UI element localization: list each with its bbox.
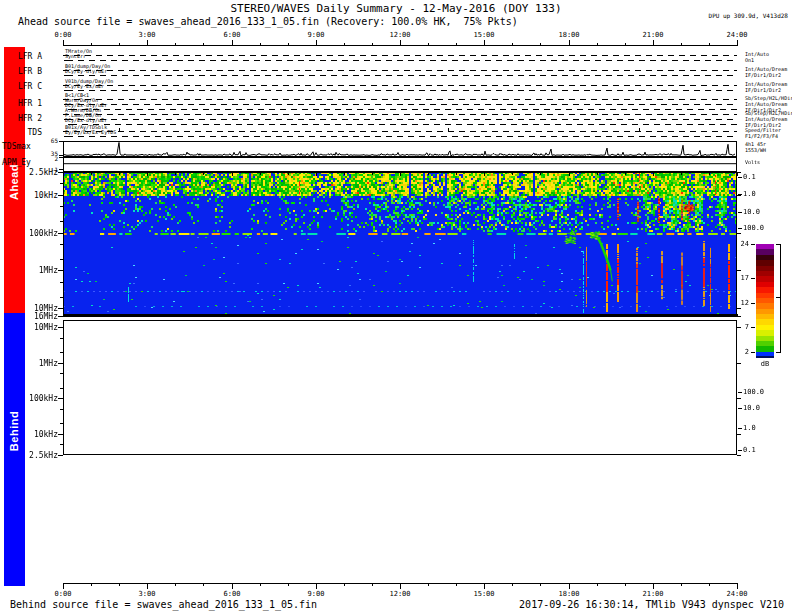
freq-axis-label: 1MHz (22, 359, 58, 368)
footer-timestamp: 2017-09-26 16:30:14, TMlib V943 dynspec … (400, 599, 784, 610)
spectrogram-hour-tick (484, 173, 485, 176)
freq-axis-minor-tick (60, 352, 63, 353)
freq-axis-tick (58, 308, 63, 309)
hk-status-line (63, 131, 737, 132)
colorbar (756, 244, 774, 358)
time-axis-tick (203, 584, 204, 586)
colorbar-tick (751, 303, 755, 304)
time-axis-tick (288, 584, 289, 586)
hk-row-label-lfr-a: LFR A (2, 52, 42, 61)
ahead-spectrogram-bottom-edge (63, 314, 738, 317)
freq-axis-tick (737, 434, 741, 435)
freq-axis-label: 1MHz (22, 266, 58, 275)
time-axis-label: 15:00 (464, 590, 504, 598)
freq-axis-minor-tick (60, 373, 63, 374)
hk-row-label-hfr-1: HFR 1 (2, 99, 42, 108)
colorbar-tick-label: 24 (730, 240, 749, 248)
time-axis-label: 0:00 (43, 31, 83, 39)
freq-axis-minor-tick (60, 259, 63, 260)
colorbar-tick (751, 244, 755, 245)
freq-axis-tick (737, 398, 741, 399)
time-axis-label: 18:00 (549, 31, 589, 39)
hk-mode-text-left: B<1/CB<1 Worm/Day/On DCy/Ex-dly/uEr (65, 93, 107, 108)
freq-axis-minor-tick (60, 409, 63, 410)
time-axis-tick (260, 584, 261, 586)
time-axis-tick (540, 43, 541, 45)
freq-axis-tick (58, 434, 63, 435)
hk-mode-text-left: B01x/Ay/TDSblk Ey/Ey/Ex/Ex-EyTDS (65, 125, 116, 135)
time-axis-label: 3:00 (127, 31, 167, 39)
time-axis-label: 15:00 (464, 31, 504, 39)
time-axis-tick (540, 584, 541, 586)
apm-ymax-label: 2 (40, 156, 58, 163)
time-axis-tick (653, 40, 654, 45)
freq-axis-tick (58, 233, 63, 234)
hk-mode-text-right: Speed/Filter F1/F2/F3/F4 (745, 127, 781, 139)
hk-mode-text-left: TMrate/On SyncErr (65, 49, 92, 59)
behind-sidebar-label: Behind (8, 401, 20, 461)
hk-status-line (63, 119, 737, 120)
time-axis-tick (175, 584, 176, 586)
freq-axis-minor-tick (60, 206, 63, 207)
time-axis-tick (625, 43, 626, 45)
spectrogram-hour-tick (737, 173, 738, 176)
tds-event-mark (639, 128, 640, 132)
time-axis-tick (119, 584, 120, 586)
spectrogram-hour-tick (512, 173, 513, 175)
freq-axis-minor-tick (60, 388, 63, 389)
r-axis-label: 1.0 (743, 190, 756, 198)
freq-axis-tick (58, 172, 63, 173)
time-axis-label: 9:00 (296, 31, 336, 39)
freq-axis-minor-tick (60, 282, 63, 283)
spectrogram-hour-tick (119, 173, 120, 175)
time-axis-tick (456, 584, 457, 586)
time-axis-tick (428, 43, 429, 45)
freq-axis-tick (58, 327, 63, 328)
time-axis-tick (400, 584, 401, 589)
r-axis-tick (738, 450, 742, 451)
time-axis-tick (569, 584, 570, 589)
time-axis-tick (344, 584, 345, 586)
colorbar-bracket (780, 244, 781, 353)
tdsmax-trace-canvas (64, 142, 736, 156)
spectrogram-hour-tick (456, 173, 457, 175)
time-axis-tick (484, 40, 485, 45)
freq-axis-minor-tick (60, 338, 63, 339)
hk-row-label-hfr-2: HFR 2 (2, 114, 42, 123)
freq-axis-tick (58, 316, 63, 317)
spectrogram-hour-tick (232, 173, 233, 176)
spectrogram-hour-tick (625, 173, 626, 175)
panel-ytick (59, 157, 63, 158)
freq-axis-label: 10kHz (22, 191, 58, 200)
spectrogram-hour-tick (372, 173, 373, 175)
r-axis-tick (738, 408, 742, 409)
hk-status-line (63, 136, 737, 137)
spectrogram-hour-tick (91, 173, 92, 175)
spectrogram-hour-tick (63, 173, 64, 176)
r-axis-tick (738, 177, 742, 178)
footer-source-file: Behind source file = swaves_ahead_2016_1… (10, 599, 317, 610)
time-axis-tick (428, 584, 429, 586)
colorbar-tail-segment (756, 356, 774, 358)
time-axis-label: 6:00 (212, 31, 252, 39)
time-axis-label: 24:00 (717, 590, 757, 598)
panel-ytick (59, 169, 63, 170)
behind-spectrogram-panel (63, 320, 737, 455)
time-axis-tick (372, 43, 373, 45)
time-axis-tick (625, 584, 626, 586)
time-axis-label: 0:00 (43, 590, 83, 598)
hk-status-line (63, 90, 737, 91)
r-axis-label: 10.0 (743, 208, 760, 216)
spectrogram-hour-tick (653, 173, 654, 176)
stereo-waves-daily-summary: Ahead Behind STEREO/WAVES Daily Summary … (0, 0, 792, 612)
freq-axis-tick (737, 363, 741, 364)
spectrogram-hour-tick (344, 173, 345, 175)
time-axis-tick (344, 43, 345, 45)
spectrogram-hour-tick (597, 173, 598, 175)
time-axis-tick (372, 584, 373, 586)
r-axis-tick (738, 428, 742, 429)
freq-axis-label: 100kHz (22, 229, 58, 238)
hk-status-line (63, 114, 737, 115)
time-axis-tick (203, 43, 204, 45)
time-axis-tick (400, 40, 401, 45)
